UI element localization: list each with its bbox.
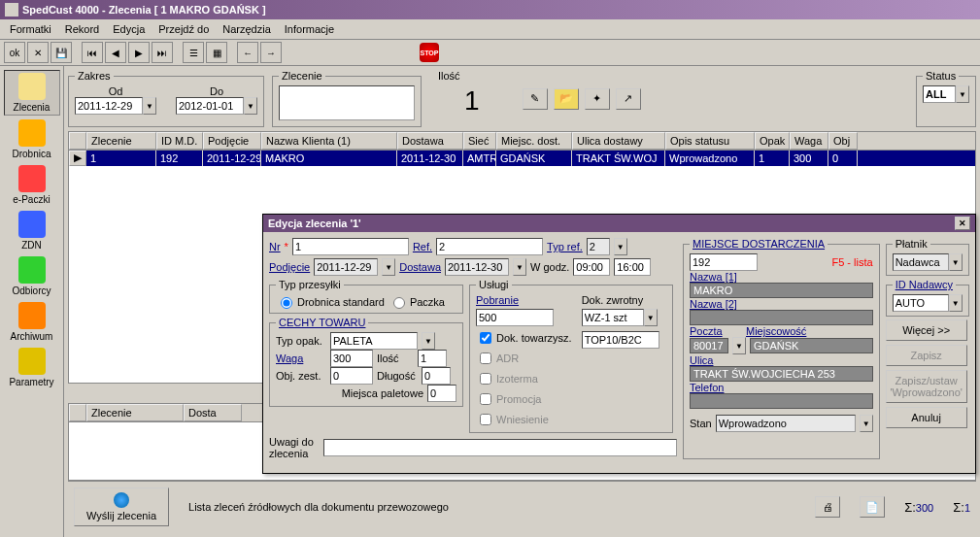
- zlecenie-search-input[interactable]: [279, 85, 415, 120]
- send-orders-button[interactable]: Wyślij zlecenia: [74, 487, 169, 526]
- tb-prev[interactable]: ◀: [105, 42, 126, 63]
- nr-label[interactable]: Nr: [269, 241, 281, 252]
- dokzwrot-dropdown[interactable]: ▼: [644, 309, 658, 326]
- podjecie-label[interactable]: Podjęcie: [269, 261, 310, 273]
- menu-formatki[interactable]: Formatki: [4, 21, 57, 37]
- doc-button[interactable]: 📄: [860, 496, 885, 518]
- edit-button[interactable]: ✎: [523, 88, 548, 110]
- col-siec[interactable]: Sieć: [463, 132, 496, 150]
- sidebar-item-drobnica[interactable]: Drobnica: [4, 117, 60, 161]
- col-zlecenie[interactable]: Zlecenie: [86, 132, 156, 150]
- stop-button[interactable]: STOP: [420, 43, 439, 62]
- uwagi-input[interactable]: [323, 439, 677, 456]
- wiecej-button[interactable]: Więcej >>: [886, 319, 967, 341]
- col-idmd[interactable]: ID M.D.: [156, 132, 203, 150]
- tb-last[interactable]: ⏭: [152, 42, 173, 63]
- new-button[interactable]: ✦: [585, 88, 610, 110]
- chk-wniesienie[interactable]: Wniesienie: [476, 411, 572, 428]
- idnadawcy-dropdown[interactable]: ▼: [949, 294, 963, 312]
- tb-forward[interactable]: →: [260, 42, 282, 63]
- tb-save[interactable]: 💾: [51, 42, 72, 63]
- telefon-label[interactable]: Telefon: [690, 382, 724, 393]
- zakres-od-dropdown[interactable]: ▼: [143, 97, 156, 115]
- typref-dropdown[interactable]: ▼: [614, 238, 627, 255]
- radio-drobnica[interactable]: Drobnica standard: [276, 294, 385, 309]
- godz-to-input[interactable]: [614, 258, 651, 276]
- nr-input[interactable]: [292, 238, 409, 255]
- miejsca-input[interactable]: [427, 385, 456, 402]
- dokzwrot-input[interactable]: [582, 309, 644, 326]
- typopak-input[interactable]: [330, 332, 418, 350]
- platnik-dropdown[interactable]: ▼: [949, 253, 963, 271]
- zapisz-ustaw-button[interactable]: Zapisz/ustaw 'Wprowadzono': [886, 370, 967, 403]
- chk-promocja[interactable]: Promocja: [476, 390, 572, 408]
- status-input[interactable]: [923, 85, 956, 103]
- tb-list[interactable]: ☰: [183, 42, 204, 63]
- typopak-dropdown[interactable]: ▼: [422, 332, 435, 350]
- ref-label[interactable]: Ref.: [413, 241, 432, 252]
- menu-przejdzdo[interactable]: Przejdź do: [152, 21, 215, 37]
- zakres-do-dropdown[interactable]: ▼: [244, 97, 257, 115]
- f5-lista-link[interactable]: F5 - lista: [831, 256, 872, 268]
- zapisz-button[interactable]: Zapisz: [886, 345, 967, 366]
- lcol-dosta[interactable]: Dosta: [184, 404, 242, 421]
- tb-back[interactable]: ←: [237, 42, 258, 63]
- miejsce-id-input[interactable]: [690, 253, 758, 271]
- zakres-od-input[interactable]: [75, 97, 143, 115]
- menu-narzedzia[interactable]: Narzędzia: [217, 21, 277, 37]
- export-button[interactable]: ↗: [616, 88, 641, 110]
- stan-dropdown[interactable]: ▼: [860, 415, 873, 432]
- typref-label[interactable]: Typ ref.: [547, 241, 583, 252]
- waga-label[interactable]: Waga: [276, 352, 326, 364]
- podjecie-input[interactable]: [314, 258, 378, 276]
- poczta-dropdown[interactable]: ▼: [732, 337, 746, 354]
- pobranie-label[interactable]: Pobranie: [476, 294, 572, 306]
- chk-adr[interactable]: ADR: [476, 350, 572, 367]
- folder-button[interactable]: 📂: [554, 88, 579, 110]
- miejscowosc-label[interactable]: Miejscowość: [746, 325, 806, 337]
- ilosc-input[interactable]: [418, 350, 447, 367]
- anuluj-button[interactable]: Anuluj: [886, 407, 967, 428]
- nazwa2-label[interactable]: Nazwa [2]: [690, 298, 737, 310]
- tb-grid[interactable]: ▦: [206, 42, 227, 63]
- sidebar-item-parametry[interactable]: Parametry: [4, 346, 60, 389]
- col-dostawa[interactable]: Dostawa: [397, 132, 463, 150]
- typref-input[interactable]: [587, 238, 610, 255]
- col-opisstatus[interactable]: Opis statusu: [665, 132, 755, 150]
- zakres-do-input[interactable]: [176, 97, 244, 115]
- obj-input[interactable]: [330, 367, 373, 385]
- podjecie-dropdown[interactable]: ▼: [382, 258, 395, 276]
- tb-ok[interactable]: ok: [4, 42, 25, 63]
- status-dropdown[interactable]: ▼: [956, 85, 969, 103]
- sidebar-item-zlecenia[interactable]: Zlecenia: [4, 70, 60, 116]
- tb-cancel[interactable]: ✕: [27, 42, 49, 63]
- lcol-zlecenie[interactable]: Zlecenie: [86, 404, 184, 421]
- col-obj[interactable]: Obj: [828, 132, 858, 150]
- poczta-label[interactable]: Poczta: [690, 325, 742, 337]
- godz-from-input[interactable]: [573, 258, 610, 276]
- menu-edycja[interactable]: Edycja: [107, 21, 151, 37]
- ref-input[interactable]: [436, 238, 543, 255]
- nazwa1-label[interactable]: Nazwa [1]: [690, 271, 737, 283]
- dostawa-input[interactable]: [445, 258, 509, 276]
- col-nazwa[interactable]: Nazwa Klienta (1): [261, 132, 397, 150]
- dostawa-label[interactable]: Dostawa: [399, 261, 441, 273]
- table-row[interactable]: ▶ 1 192 2011-12-29 MAKRO 2011-12-30 AMTR…: [69, 151, 975, 166]
- chk-doktow[interactable]: Dok. towarzysz.: [476, 329, 572, 347]
- col-miejsc[interactable]: Miejsc. dost.: [496, 132, 572, 150]
- dlugosc-input[interactable]: [422, 367, 451, 385]
- col-ulica[interactable]: Ulica dostawy: [572, 132, 665, 150]
- col-podjecie[interactable]: Podjęcie: [203, 132, 261, 150]
- tb-next[interactable]: ▶: [128, 42, 150, 63]
- pobranie-input[interactable]: [476, 309, 554, 326]
- sidebar-item-epaczki[interactable]: e-Paczki: [4, 163, 60, 207]
- ulica-label[interactable]: Ulica: [690, 354, 713, 366]
- sidebar-item-zdn[interactable]: ZDN: [4, 209, 60, 252]
- dostawa-dropdown[interactable]: ▼: [513, 258, 526, 276]
- idnadawcy-input[interactable]: [893, 294, 949, 312]
- menu-rekord[interactable]: Rekord: [59, 21, 105, 37]
- radio-paczka[interactable]: Paczka: [389, 294, 445, 309]
- sidebar-item-archiwum[interactable]: Archiwum: [4, 300, 60, 344]
- chk-izoterma[interactable]: Izoterma: [476, 370, 572, 387]
- col-waga[interactable]: Waga: [790, 132, 828, 150]
